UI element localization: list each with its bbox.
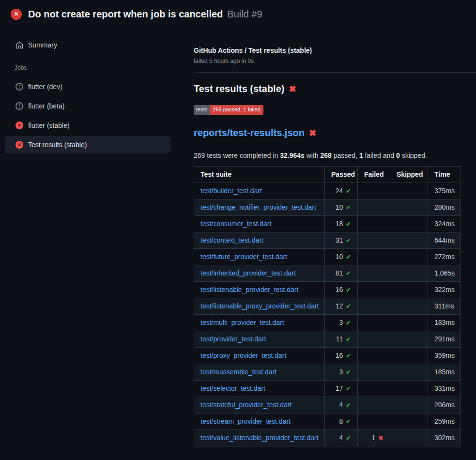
tests-badge: tests 268 passed, 1 failed (194, 105, 263, 115)
suite-link[interactable]: test/multi_provider_test.dart (200, 319, 284, 326)
passed-cell: 3 ✔ (325, 364, 358, 381)
passed-cell: 10 ✔ (325, 249, 358, 265)
table-row: test/multi_provider_test.dart3 ✔183ms (194, 315, 461, 331)
badge-value: 268 passed, 1 failed (210, 105, 263, 115)
failed-cell (358, 216, 390, 232)
suite-cell: test/provider_test.dart (194, 331, 325, 348)
time-cell: 280ms (428, 199, 461, 216)
x-circle-icon: ✕ (15, 141, 23, 149)
table-row: test/builder_test.dart24 ✔375ms (194, 183, 461, 199)
table-row: test/value_listenable_provider_test.dart… (194, 430, 461, 446)
passed-cell: 4 ✔ (325, 430, 358, 446)
suite-cell: test/stream_provider_test.dart (194, 414, 325, 430)
skipped-cell (390, 282, 428, 298)
check-icon: ✔ (346, 319, 351, 326)
summary-number: 1 (359, 152, 363, 159)
suite-link[interactable]: test/future_provider_test.dart (200, 253, 287, 261)
suite-link[interactable]: test/builder_test.dart (200, 187, 262, 195)
sidebar-item-flutter-dev[interactable]: !flutter (dev) (5, 78, 170, 95)
skipped-cell (390, 298, 428, 315)
sidebar-item-test-results-stable[interactable]: ✕Test results (stable) (5, 136, 170, 153)
summary-number: 268 (321, 152, 332, 159)
time-cell: 1.065s (428, 265, 461, 282)
skipped-cell (390, 265, 428, 282)
section-title-text: Test results (stable) (194, 83, 284, 94)
suite-link[interactable]: test/stateful_provider_test.dart (200, 401, 292, 409)
suite-link[interactable]: test/proxy_provider_test.dart (200, 352, 286, 359)
home-icon (15, 41, 23, 49)
report-link[interactable]: reports/test-results.json (194, 127, 305, 138)
check-icon: ✔ (346, 401, 351, 409)
sidebar-item-flutter-beta[interactable]: !flutter (beta) (5, 97, 170, 115)
summary-number: 32.964s (280, 152, 305, 159)
badge-label: tests (194, 105, 210, 115)
suite-link[interactable]: test/provider_test.dart (200, 335, 266, 343)
failed-cell (358, 265, 390, 282)
check-icon: ✔ (346, 303, 351, 310)
suite-link[interactable]: test/listenable_provider_test.dart (200, 286, 298, 293)
summary-label: Summary (28, 41, 57, 49)
summary-line: 269 tests were completed in 32.964s with… (194, 152, 476, 159)
check-icon: ✔ (346, 187, 351, 195)
suite-cell: test/selector_test.dart (194, 381, 325, 397)
suite-cell: test/proxy_provider_test.dart (194, 348, 325, 364)
table-row: test/selector_test.dart17 ✔331ms (194, 381, 461, 397)
table-row: test/reassemble_test.dart3 ✔185ms (194, 364, 461, 381)
main-content: GitHub Actions / Test results (stable) f… (178, 28, 476, 446)
passed-cell: 11 ✔ (325, 331, 358, 348)
skipped-cell (390, 232, 428, 249)
suite-link[interactable]: test/value_listenable_provider_test.dart (200, 434, 319, 442)
time-cell: 259ms (428, 414, 461, 430)
time-cell: 272ms (428, 249, 461, 265)
skipped-cell (390, 315, 428, 331)
time-cell: 322ms (428, 282, 461, 298)
suite-link[interactable]: test/context_test.dart (200, 236, 263, 244)
section-title: Test results (stable) ✖ (194, 83, 476, 94)
suite-link[interactable]: test/reassemble_test.dart (200, 368, 276, 376)
passed-cell: 8 ✔ (325, 414, 358, 430)
suite-cell: test/consumer_test.dart (194, 216, 325, 232)
summary-text: with (305, 152, 321, 159)
page-title: Do not create report when job is cancell… (28, 9, 223, 20)
skipped-cell (390, 331, 428, 348)
failed-cell (358, 199, 390, 216)
time-cell: 291ms (428, 331, 461, 348)
alert-circle-icon: ! (15, 102, 23, 110)
suite-link[interactable]: test/listenable_proxy_provider_test.dart (200, 302, 319, 310)
sidebar-item-flutter-stable[interactable]: ✕flutter (stable) (5, 117, 170, 134)
column-header-test-suite: Test suite (194, 167, 325, 183)
skipped-cell (390, 397, 428, 414)
check-icon: ✔ (346, 336, 351, 343)
jobs-heading: Jobs (15, 64, 178, 71)
suite-link[interactable]: test/selector_test.dart (200, 384, 265, 392)
failed-cell (358, 315, 390, 331)
summary-text: 269 tests were completed in (194, 152, 280, 159)
failed-cell (358, 183, 390, 199)
suite-cell: test/inherited_provider_test.dart (194, 265, 325, 282)
failed-cell (358, 381, 390, 397)
skipped-cell (390, 199, 428, 216)
summary-text: failed and (363, 152, 397, 159)
column-header-skipped: Skipped (390, 167, 428, 183)
suite-link[interactable]: test/change_notifier_provider_test.dart (200, 203, 316, 211)
suite-cell: test/listenable_proxy_provider_test.dart (194, 298, 325, 315)
sidebar: Summary Jobs !flutter (dev)!flutter (bet… (0, 28, 178, 155)
table-row: test/listenable_provider_test.dart16 ✔32… (194, 282, 461, 298)
suite-cell: test/multi_provider_test.dart (194, 315, 325, 331)
divider (194, 72, 476, 73)
skipped-cell (390, 364, 428, 381)
time-cell: 185ms (428, 364, 461, 381)
sidebar-item-summary[interactable]: Summary (5, 36, 170, 54)
suite-link[interactable]: test/stream_provider_test.dart (200, 417, 291, 425)
suite-link[interactable]: test/consumer_test.dart (200, 220, 271, 228)
skipped-cell (390, 430, 428, 446)
x-icon: ✖ (309, 129, 316, 138)
time-cell: 644ms (428, 232, 461, 249)
suite-link[interactable]: test/inherited_provider_test.dart (200, 269, 296, 277)
suite-cell: test/change_notifier_provider_test.dart (194, 199, 325, 216)
check-icon: ✔ (346, 434, 351, 442)
page-layout: Summary Jobs !flutter (dev)!flutter (bet… (0, 28, 476, 446)
passed-cell: 31 ✔ (325, 232, 358, 249)
skipped-cell (390, 414, 428, 430)
alert-circle-icon: ! (15, 83, 23, 91)
